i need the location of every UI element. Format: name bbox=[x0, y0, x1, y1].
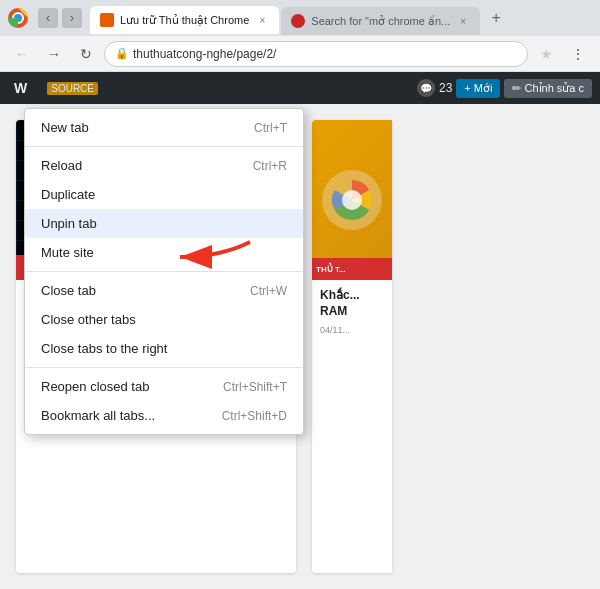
wp-source-item[interactable]: SOURCE bbox=[41, 78, 104, 99]
card-2-partial[interactable]: THỦ T... Khắc... RAM 04/11... bbox=[312, 120, 392, 573]
menu-item-bookmark-all[interactable]: Bookmark all tabs... Ctrl+Shift+D bbox=[25, 401, 303, 430]
wp-logo: W bbox=[14, 80, 27, 96]
bookmark-button[interactable]: ★ bbox=[532, 40, 560, 68]
browser-logo bbox=[4, 4, 32, 32]
browser-frame: ‹ › Lưu trữ Thủ thuật Chrome × Search fo… bbox=[0, 0, 600, 589]
back-button[interactable]: ← bbox=[8, 40, 36, 68]
menu-item-close-other[interactable]: Close other tabs bbox=[25, 305, 303, 334]
menu-item-new-tab[interactable]: New tab Ctrl+T bbox=[25, 113, 303, 142]
tab-ctrl-back[interactable]: ‹ bbox=[38, 8, 58, 28]
card-2-image: THỦ T... bbox=[312, 120, 392, 280]
menu-item-duplicate[interactable]: Duplicate bbox=[25, 180, 303, 209]
tab-label-2: Search for "mở chrome ẩn... bbox=[311, 15, 450, 28]
tab-bar: ‹ › Lưu trữ Thủ thuật Chrome × Search fo… bbox=[0, 0, 600, 36]
menu-item-unpin-tab[interactable]: Unpin tab bbox=[25, 209, 303, 238]
tab-favicon-2 bbox=[291, 14, 305, 28]
tab-controls: ‹ › bbox=[38, 8, 82, 28]
card-2-title: Khắc... RAM bbox=[320, 288, 384, 319]
context-menu: New tab Ctrl+T Reload Ctrl+R Duplicate U… bbox=[24, 108, 304, 435]
menu-separator-2 bbox=[25, 271, 303, 272]
reload-button[interactable]: ↻ bbox=[72, 40, 100, 68]
address-icon: 🔒 bbox=[115, 47, 129, 60]
page-content: W SOURCE 💬 23 + Mới ✏ Chỉnh sửa c bbox=[0, 72, 600, 589]
menu-separator-3 bbox=[25, 367, 303, 368]
comment-icon: 💬 bbox=[417, 79, 435, 97]
address-text: thuthuatcong-nghe/page/2/ bbox=[133, 47, 276, 61]
wp-admin-bar: W SOURCE 💬 23 + Mới ✏ Chỉnh sửa c bbox=[0, 72, 600, 104]
menu-item-reopen[interactable]: Reopen closed tab Ctrl+Shift+T bbox=[25, 372, 303, 401]
tab-close-2[interactable]: × bbox=[456, 14, 470, 28]
menu-item-mute-site[interactable]: Mute site bbox=[25, 238, 303, 267]
address-bar[interactable]: 🔒 thuthuatcong-nghe/page/2/ bbox=[104, 41, 528, 67]
wp-admin-right: 💬 23 + Mới ✏ Chỉnh sửa c bbox=[417, 79, 592, 98]
card-2-banner: THỦ T... bbox=[312, 258, 392, 280]
menu-separator-1 bbox=[25, 146, 303, 147]
edit-button[interactable]: ✏ Chỉnh sửa c bbox=[504, 79, 592, 98]
tab-ctrl-forward[interactable]: › bbox=[62, 8, 82, 28]
menu-item-close-right[interactable]: Close tabs to the right bbox=[25, 334, 303, 363]
tab-label-1: Lưu trữ Thủ thuật Chrome bbox=[120, 14, 249, 27]
tab-active[interactable]: Lưu trữ Thủ thuật Chrome × bbox=[90, 6, 279, 34]
comment-count: 23 bbox=[439, 81, 452, 95]
nav-bar: ← → ↻ 🔒 thuthuatcong-nghe/page/2/ ★ ⋮ bbox=[0, 36, 600, 72]
card-2-body: Khắc... RAM 04/11... bbox=[312, 280, 392, 343]
tab-inactive[interactable]: Search for "mở chrome ẩn... × bbox=[281, 7, 480, 35]
new-button[interactable]: + Mới bbox=[456, 79, 500, 98]
menu-item-reload[interactable]: Reload Ctrl+R bbox=[25, 151, 303, 180]
menu-button[interactable]: ⋮ bbox=[564, 40, 592, 68]
menu-item-close-tab[interactable]: Close tab Ctrl+W bbox=[25, 276, 303, 305]
card-2-meta: 04/11... bbox=[320, 325, 384, 335]
new-tab-button[interactable]: + bbox=[484, 6, 508, 30]
chrome-logo-svg bbox=[312, 160, 392, 240]
tab-favicon-1 bbox=[100, 13, 114, 27]
wp-logo-item[interactable]: W bbox=[8, 76, 33, 100]
source-badge: SOURCE bbox=[47, 82, 98, 95]
svg-point-47 bbox=[342, 190, 362, 210]
forward-button[interactable]: → bbox=[40, 40, 68, 68]
tab-close-1[interactable]: × bbox=[255, 13, 269, 27]
